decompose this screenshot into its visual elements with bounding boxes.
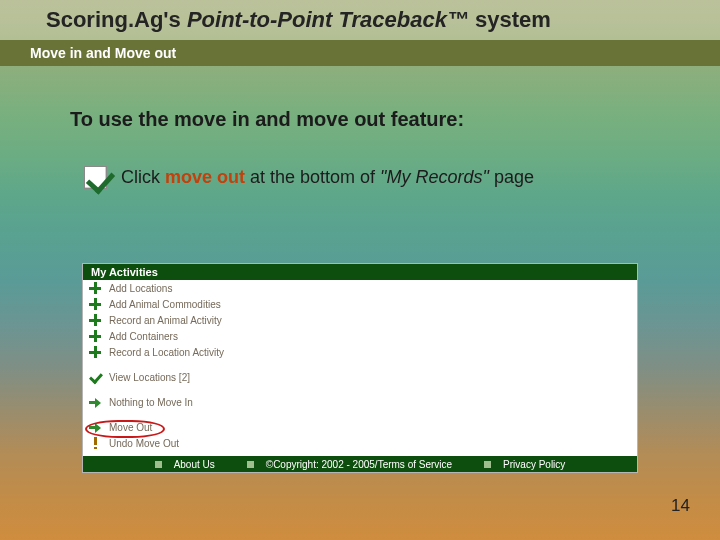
- plus-icon: [89, 330, 101, 342]
- page-number: 14: [671, 496, 690, 516]
- view-locations-item[interactable]: View Locations [2]: [83, 369, 637, 385]
- exclamation-icon: [89, 437, 101, 449]
- list-item-label: Add Animal Commodities: [109, 299, 221, 310]
- screenshot-panel: My Activities Add Locations Add Animal C…: [82, 263, 638, 473]
- list-item[interactable]: Record a Location Activity: [83, 344, 637, 360]
- plus-icon: [89, 282, 101, 294]
- bullet-suffix: page: [489, 167, 534, 187]
- panel-footer: About Us ©Copyright: 2002 - 2005/Terms o…: [83, 456, 637, 472]
- square-icon: [484, 461, 491, 468]
- list-item[interactable]: Add Locations: [83, 280, 637, 296]
- title-suffix: system: [469, 7, 551, 32]
- title-bar: Scoring.Ag's Point-to-Point Traceback™ s…: [0, 0, 720, 40]
- checkbox-icon: [84, 166, 107, 189]
- list-item-label: Move Out: [109, 422, 152, 433]
- list-item-label: Record a Location Activity: [109, 347, 224, 358]
- footer-about[interactable]: About Us: [174, 459, 215, 470]
- check-icon: [89, 371, 101, 383]
- plus-icon: [89, 298, 101, 310]
- move-out-item[interactable]: Move Out: [83, 419, 637, 435]
- list-item-label: Add Locations: [109, 283, 172, 294]
- list-item-label: View Locations [2]: [109, 372, 190, 383]
- slide: Scoring.Ag's Point-to-Point Traceback™ s…: [0, 0, 720, 540]
- bullet-text: Click move out at the bottom of "My Reco…: [121, 167, 534, 188]
- divider: [83, 360, 637, 369]
- footer-copyright[interactable]: ©Copyright: 2002 - 2005/Terms of Service: [266, 459, 452, 470]
- bullet-mid: at the bottom of: [245, 167, 380, 187]
- list-item[interactable]: Record an Animal Activity: [83, 312, 637, 328]
- arrow-right-icon: [89, 421, 101, 433]
- title-prefix: Scoring.Ag's: [46, 7, 187, 32]
- arrow-right-icon: [89, 396, 101, 408]
- square-icon: [155, 461, 162, 468]
- panel-header: My Activities: [83, 264, 637, 280]
- square-icon: [247, 461, 254, 468]
- divider: [83, 385, 637, 394]
- title-main: Point-to-Point Traceback™: [187, 7, 469, 32]
- plus-icon: [89, 314, 101, 326]
- list-item[interactable]: Add Animal Commodities: [83, 296, 637, 312]
- list-item-label: Record an Animal Activity: [109, 315, 222, 326]
- footer-privacy[interactable]: Privacy Policy: [503, 459, 565, 470]
- list-item-label: Undo Move Out: [109, 438, 179, 449]
- divider: [83, 410, 637, 419]
- plus-icon: [89, 346, 101, 358]
- list-item-label: Nothing to Move In: [109, 397, 193, 408]
- undo-move-out-item[interactable]: Undo Move Out: [83, 435, 637, 451]
- bullet-quote: "My Records": [380, 167, 489, 187]
- bullet-prefix: Click: [121, 167, 165, 187]
- list-item-label: Add Containers: [109, 331, 178, 342]
- subtitle-text: Move in and Move out: [30, 45, 176, 61]
- headline: To use the move in and move out feature:: [70, 108, 464, 131]
- move-in-item[interactable]: Nothing to Move In: [83, 394, 637, 410]
- subtitle-bar: Move in and Move out: [0, 40, 720, 66]
- bullet-action: move out: [165, 167, 245, 187]
- bullet-row: Click move out at the bottom of "My Reco…: [84, 166, 534, 189]
- list-item[interactable]: Add Containers: [83, 328, 637, 344]
